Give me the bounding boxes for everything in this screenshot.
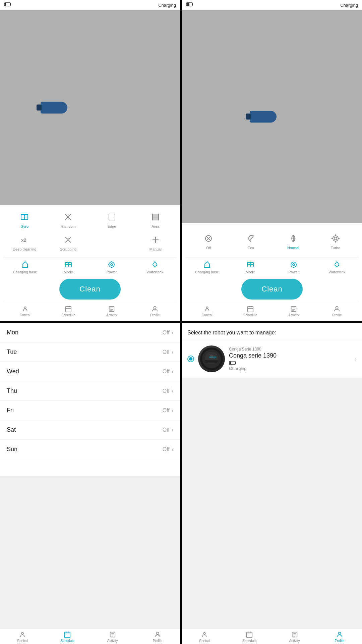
tab-power-tr[interactable]: Power (272, 261, 315, 274)
power-mode-turbo[interactable]: Turbo (315, 230, 356, 252)
schedule-day-sun: Sun (7, 446, 17, 453)
charging-label-tl: Charging (158, 3, 176, 8)
schedule-row-sat[interactable]: Sat Off › (0, 420, 180, 440)
nav-activity-bl[interactable]: Activity (90, 631, 135, 643)
chevron-right-sat: › (172, 427, 173, 433)
mode-deep-cleaning[interactable]: x2 Deep cleaning (3, 232, 46, 253)
robot-status: Charging (229, 366, 351, 371)
chevron-right-thu: › (172, 388, 173, 394)
schedule-right-wed: Off › (163, 369, 173, 375)
nav-control-br[interactable]: Control (182, 631, 227, 643)
mode-gyro[interactable]: Gyro (3, 209, 46, 230)
turbo-label: Turbo (331, 246, 340, 250)
eco-icon (245, 232, 257, 245)
robot-battery-row (229, 361, 351, 365)
nav-activity-tr[interactable]: Activity (272, 305, 315, 317)
schedule-status-thu: Off (163, 388, 170, 394)
svg-rect-57 (248, 307, 253, 312)
area-icon (149, 211, 162, 223)
nav-profile-tl[interactable]: Profile (133, 305, 177, 317)
svg-point-23 (109, 262, 114, 267)
tab-mode-tl[interactable]: Mode (47, 261, 90, 274)
gyro-icon (18, 211, 31, 223)
schedule-footer (0, 476, 180, 629)
schedule-row-fri[interactable]: Fri Off › (0, 401, 180, 420)
scrubbing-icon (62, 234, 74, 246)
power-mode-eco[interactable]: Eco (230, 230, 271, 252)
schedule-row-thu[interactable]: Thu Off › (0, 381, 180, 401)
svg-point-55 (293, 264, 295, 266)
schedule-status-sun: Off (163, 446, 170, 452)
chevron-right-mon: › (172, 330, 173, 336)
tab-charging-base-tl[interactable]: Charging base (3, 261, 47, 274)
nav-activity-tl[interactable]: Activity (90, 305, 133, 317)
bottom-nav-bl: Control Schedule Activity (0, 629, 180, 644)
deep-cleaning-icon: x2 (18, 234, 31, 246)
nav-schedule-tl[interactable]: Schedule (47, 305, 90, 317)
schedule-status-fri: Off (163, 408, 170, 414)
schedule-row-sun[interactable]: Sun Off › (0, 440, 180, 459)
mode-random[interactable]: Ramdom (47, 209, 89, 230)
nav-control-bl[interactable]: Control (0, 631, 45, 643)
power-mode-grid: Off Eco (185, 227, 359, 255)
schedule-status-tue: Off (163, 349, 170, 355)
schedule-row-mon[interactable]: Mon Off › (0, 323, 180, 342)
clean-button-tr[interactable]: Clean (241, 279, 302, 300)
schedule-right-thu: Off › (163, 388, 173, 394)
schedule-row-wed[interactable]: Wed Off › (0, 362, 180, 381)
mode-manual[interactable]: Manual (134, 232, 177, 253)
nav-schedule-tr[interactable]: Schedule (229, 305, 272, 317)
nav-profile-tr[interactable]: Profile (315, 305, 359, 317)
svg-rect-84 (235, 362, 236, 364)
svg-line-17 (69, 241, 71, 243)
status-bar-tr: Charging (182, 0, 362, 10)
charging-label-tr: Charging (340, 3, 358, 8)
tab-mode-tr[interactable]: Mode (229, 261, 272, 274)
normal-icon (287, 232, 299, 245)
schedule-status-mon: Off (163, 330, 170, 336)
mode-scrubbing[interactable]: Scrubbing (47, 232, 89, 253)
power-off-label: Off (206, 246, 211, 250)
robot-card-0[interactable]: conga Conga Serie 1390 Conga serie 1390 … (182, 340, 362, 378)
tab-watertank-tl[interactable]: Watertank (133, 261, 177, 274)
robot-icon-tl (41, 102, 67, 113)
schedule-day-fri: Fri (7, 407, 14, 414)
power-mode-normal[interactable]: Normal (273, 230, 314, 252)
svg-text:x2: x2 (21, 237, 26, 243)
robot-thumbnail: conga (198, 345, 225, 372)
svg-rect-83 (230, 362, 231, 364)
nav-control-tl[interactable]: Control (3, 305, 47, 317)
svg-point-85 (203, 633, 205, 635)
svg-text:conga: conga (209, 356, 217, 359)
schedule-row-tue[interactable]: Tue Off › (0, 342, 180, 362)
mode-edge[interactable]: Edge (91, 209, 133, 230)
robot-radio-button[interactable] (187, 356, 194, 362)
clean-button-tl[interactable]: Clean (59, 279, 120, 300)
bottom-nav-tr: Control Schedule (185, 303, 359, 318)
tab-charging-base-tr[interactable]: Charging base (185, 261, 229, 274)
mode-area-label: Area (152, 224, 159, 228)
nav-control-tr[interactable]: Control (185, 305, 229, 317)
nav-schedule-br[interactable]: Schedule (227, 631, 272, 643)
nav-profile-bl[interactable]: Profile (135, 631, 180, 643)
mode-grid: Gyro Ramdom (3, 209, 177, 253)
nav-profile-br[interactable]: Profile (317, 631, 362, 643)
schedule-day-thu: Thu (7, 387, 17, 394)
schedule-day-sat: Sat (7, 426, 16, 433)
robot-map-tl (0, 10, 180, 205)
svg-point-66 (21, 633, 23, 635)
svg-rect-38 (187, 3, 189, 6)
robot-info: Conga Serie 1390 Conga serie 1390 Chargi… (229, 347, 351, 371)
svg-point-36 (154, 307, 156, 309)
schedule-day-wed: Wed (7, 368, 19, 375)
tab-watertank-tr[interactable]: Watertank (315, 261, 359, 274)
chevron-right-sun: › (172, 446, 173, 452)
schedule-right-tue: Off › (163, 349, 173, 355)
svg-rect-28 (66, 307, 71, 312)
nav-schedule-bl[interactable]: Schedule (45, 631, 90, 643)
tab-power-tl[interactable]: Power (90, 261, 133, 274)
power-mode-off[interactable]: Off (188, 230, 229, 252)
nav-activity-br[interactable]: Activity (272, 631, 317, 643)
robot-name: Conga serie 1390 (229, 352, 351, 359)
mode-area[interactable]: Area (134, 209, 177, 230)
